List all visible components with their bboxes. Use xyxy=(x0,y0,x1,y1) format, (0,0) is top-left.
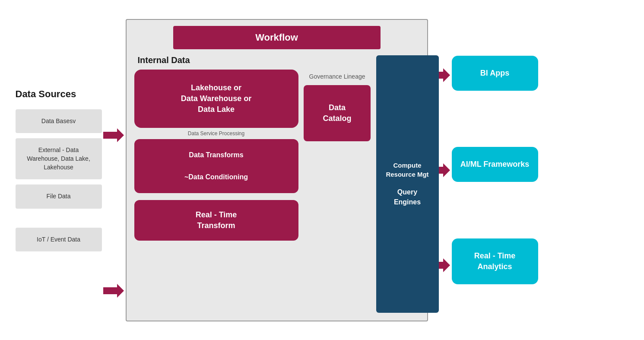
source-box-file: File Data xyxy=(16,184,102,209)
lakehouse-box: Lakehouse or Data Warehouse or Data Lake xyxy=(134,70,298,128)
source-box-iot: IoT / Event Data xyxy=(16,228,102,252)
arrow-external xyxy=(103,128,124,142)
source-box-db: Data Basesv xyxy=(16,109,102,133)
source-arrows xyxy=(102,28,126,313)
diagram-root: Data Sources Data Basesv External - Data… xyxy=(7,6,638,334)
data-catalog-box: Data Catalog xyxy=(304,85,371,141)
output-realtime-analytics: Real - Time Analytics xyxy=(452,238,538,284)
governance-label: Governance Lineage xyxy=(309,73,365,81)
compute-section: Compute Resource Mgt Query Engines xyxy=(376,55,439,313)
main-content-row: Internal Data Lakehouse or Data Warehous… xyxy=(134,55,419,313)
outputs-column: BI Apps AI/ML Frameworks Real - Time Ana… xyxy=(452,28,538,313)
transforms-box: Data Transforms ~Data Conditioning xyxy=(134,139,298,193)
workflow-banner: Workflow xyxy=(173,26,381,49)
arrow-iot xyxy=(103,284,124,298)
query-engines-text: Query Engines xyxy=(394,187,421,207)
realtime-transform-box: Real - Time Transform xyxy=(134,200,298,241)
internal-data-section: Internal Data Lakehouse or Data Warehous… xyxy=(134,55,298,313)
data-service-label: Data Service Processing xyxy=(134,130,298,137)
output-bi-apps: BI Apps xyxy=(452,56,538,91)
data-sources-panel: Data Sources Data Basesv External - Data… xyxy=(16,89,102,252)
governance-section: Governance Lineage Data Catalog xyxy=(303,55,372,313)
svg-marker-1 xyxy=(103,284,124,298)
data-sources-title: Data Sources xyxy=(16,89,102,100)
main-container: Workflow Internal Data Lakehouse or Data… xyxy=(126,19,428,321)
internal-data-title: Internal Data xyxy=(138,55,298,65)
compute-resource-text: Compute Resource Mgt xyxy=(386,161,428,179)
source-box-external: External - Data Warehouse, Data Lake, La… xyxy=(16,138,102,179)
output-aiml: AI/ML Frameworks xyxy=(452,147,538,182)
svg-marker-0 xyxy=(103,128,124,142)
compute-query-box: Compute Resource Mgt Query Engines xyxy=(376,55,439,313)
